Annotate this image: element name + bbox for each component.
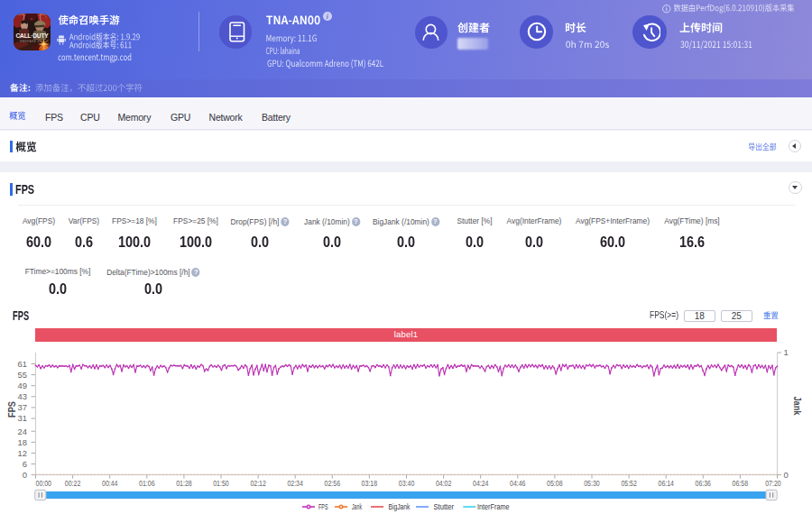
svg-text:18: 18 — [18, 437, 28, 447]
svg-text:01:28: 01:28 — [176, 478, 192, 488]
svg-text:01:50: 01:50 — [213, 478, 229, 488]
svg-text:04:24: 04:24 — [473, 478, 489, 488]
svg-text:61: 61 — [18, 359, 28, 369]
svg-text:00:44: 00:44 — [102, 478, 118, 488]
svg-text:24: 24 — [18, 427, 28, 436]
svg-text:Jank: Jank — [352, 502, 362, 511]
svg-text:06:58: 06:58 — [733, 478, 749, 488]
svg-text:02:56: 02:56 — [325, 478, 341, 488]
svg-text:FPS: FPS — [318, 502, 328, 511]
svg-text:05:52: 05:52 — [621, 478, 637, 488]
svg-text:05:08: 05:08 — [547, 478, 563, 488]
svg-text:05:30: 05:30 — [584, 478, 600, 488]
svg-text:12: 12 — [18, 448, 28, 458]
svg-text:00:00: 00:00 — [36, 478, 52, 488]
svg-text:03:40: 03:40 — [399, 478, 415, 488]
svg-text:0: 0 — [23, 470, 27, 480]
svg-text:00:22: 00:22 — [65, 478, 81, 488]
svg-text:Stutter: Stutter — [434, 502, 455, 511]
svg-text:37: 37 — [18, 402, 28, 412]
svg-text:04:46: 04:46 — [510, 478, 526, 488]
svg-text:Jank: Jank — [792, 397, 802, 416]
svg-text:02:34: 02:34 — [287, 478, 303, 488]
svg-text:55: 55 — [18, 370, 28, 380]
svg-text:BigJank: BigJank — [389, 502, 411, 511]
svg-text:FPS: FPS — [7, 401, 17, 418]
svg-text:07:20: 07:20 — [765, 478, 781, 488]
svg-text:1: 1 — [784, 347, 789, 357]
svg-text:0: 0 — [784, 470, 789, 480]
svg-text:31: 31 — [18, 413, 28, 423]
svg-text:49: 49 — [18, 381, 28, 390]
svg-text:02:12: 02:12 — [250, 478, 266, 488]
svg-text:01:06: 01:06 — [139, 478, 155, 488]
svg-text:06:14: 06:14 — [659, 478, 675, 488]
svg-text:03:18: 03:18 — [362, 478, 378, 488]
svg-text:04:02: 04:02 — [436, 478, 452, 488]
svg-text:43: 43 — [18, 391, 28, 401]
svg-text:06:36: 06:36 — [696, 478, 712, 488]
svg-text:InterFrame: InterFrame — [477, 502, 510, 511]
svg-text:6: 6 — [23, 459, 27, 469]
